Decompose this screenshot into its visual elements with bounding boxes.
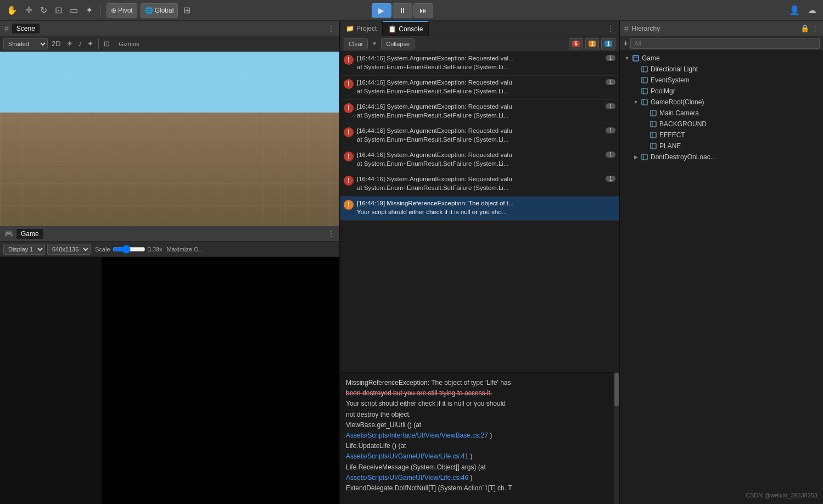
console-message-1[interactable]: ![16:44:16] System.ArgumentException: Re… bbox=[340, 76, 619, 100]
console-message-6[interactable]: ![16:44:19] MissingReferenceException: T… bbox=[340, 197, 619, 221]
scale-slider[interactable] bbox=[113, 245, 145, 253]
rotate-tool-btn[interactable]: ↻ bbox=[38, 3, 49, 18]
svg-rect-4 bbox=[642, 77, 647, 83]
hierarchy-item-1[interactable]: Directional Light bbox=[620, 64, 823, 75]
panel-tabs: 📁 Project 📋 Console ⋮ bbox=[340, 21, 619, 36]
hierarchy-item-6[interactable]: BACKGROUND bbox=[620, 119, 823, 130]
msg-text-3: [16:44:16] System.ArgumentException: Req… bbox=[357, 126, 602, 144]
game-view-inner bbox=[102, 257, 339, 504]
collapse-btn[interactable]: Collapse bbox=[381, 38, 415, 49]
hierarchy-item-2[interactable]: EventSystem bbox=[620, 75, 823, 86]
account-btn[interactable]: 👤 bbox=[787, 3, 802, 18]
msg-count-2: 1 bbox=[606, 103, 615, 109]
info-count-btn[interactable]: 1 bbox=[601, 38, 615, 49]
error-count-btn[interactable]: 6 bbox=[569, 38, 583, 49]
pause-btn[interactable]: ⏸ bbox=[393, 3, 412, 18]
hierarchy-item-8[interactable]: PLANE bbox=[620, 141, 823, 152]
detail-line-6: Life.UpdateLife () (at bbox=[346, 441, 610, 451]
detail-scrollbar-thumb[interactable] bbox=[614, 373, 619, 406]
h-expand-2 bbox=[633, 77, 639, 83]
global-label: Global bbox=[155, 7, 174, 14]
project-tab[interactable]: 📁 Project bbox=[340, 21, 383, 36]
clear-dropdown-btn[interactable]: ▼ bbox=[370, 38, 379, 49]
cloud-btn[interactable]: ☁ bbox=[805, 3, 819, 18]
msg-text-4: [16:44:16] System.ArgumentException: Req… bbox=[357, 150, 602, 168]
hierarchy-search-input[interactable] bbox=[630, 38, 820, 49]
hierarchy-toolbar: + bbox=[620, 36, 823, 51]
detail-link-3[interactable]: Assets/Scripts/UI/GameUI/View/Life.cs:46 bbox=[346, 474, 468, 481]
hierarchy-item-5[interactable]: Main Camera bbox=[620, 108, 823, 119]
h-icon-9 bbox=[641, 153, 648, 161]
msg-icon-4: ! bbox=[344, 152, 354, 161]
svg-rect-12 bbox=[651, 121, 656, 127]
transform-tool-btn[interactable]: ✦ bbox=[83, 3, 95, 18]
hierarchy-item-3[interactable]: PoolMgr bbox=[620, 86, 823, 97]
clear-btn[interactable]: Clear bbox=[344, 38, 368, 49]
warning-count-btn[interactable]: 1 bbox=[585, 38, 600, 49]
console-panel-options[interactable]: ⋮ bbox=[607, 21, 619, 36]
hierarchy-options-btn[interactable]: ⋮ bbox=[811, 24, 819, 32]
scene-toolbar: Shaded Wireframe 2D ☀ ♪ ✦ ⊡ Gizmos bbox=[0, 36, 339, 52]
shade-dropdown[interactable]: Shaded Wireframe bbox=[3, 38, 48, 49]
h-label-4: GameRoot(Clone) bbox=[651, 98, 704, 106]
game-options-btn[interactable]: ⋮ bbox=[327, 229, 335, 238]
hierarchy-item-7[interactable]: EFFECT bbox=[620, 130, 823, 141]
gizmos-label: Gizmos bbox=[119, 41, 139, 47]
info-badge: 1 bbox=[604, 41, 612, 47]
hierarchy-add-btn[interactable]: + bbox=[623, 38, 628, 48]
scene-tab[interactable]: Scene bbox=[12, 24, 40, 33]
scene-options-btn[interactable]: ⋮ bbox=[327, 24, 335, 33]
console-message-0[interactable]: ![16:44:16] System.ArgumentException: Re… bbox=[340, 52, 619, 76]
console-tab-label: Console bbox=[399, 25, 423, 33]
console-message-5[interactable]: ![16:44:16] System.ArgumentException: Re… bbox=[340, 172, 619, 197]
grid-btn[interactable]: ⊞ bbox=[181, 3, 193, 18]
h-label-6: BACKGROUND bbox=[659, 120, 707, 128]
resolution-dropdown[interactable]: 640x1136 bbox=[47, 244, 91, 255]
game-tab[interactable]: Game bbox=[16, 229, 43, 239]
display-dropdown[interactable]: Display 1 bbox=[3, 244, 45, 255]
game-toolbar: Display 1 640x1136 Scale 0.39x Maximize … bbox=[0, 242, 339, 257]
svg-rect-8 bbox=[642, 99, 647, 105]
pivot-btn[interactable]: ⊕ Pivot bbox=[107, 3, 137, 18]
rect-tool-btn[interactable]: ▭ bbox=[68, 3, 80, 18]
console-message-2[interactable]: ![16:44:16] System.ArgumentException: Re… bbox=[340, 100, 619, 124]
detail-scrollbar-track[interactable] bbox=[614, 372, 619, 504]
overlay-btn[interactable]: ⊡ bbox=[102, 38, 111, 49]
game-icon: 🎮 bbox=[4, 229, 13, 238]
console-tab[interactable]: 📋 Console bbox=[383, 21, 429, 36]
scale-tool-btn[interactable]: ⊡ bbox=[53, 3, 64, 18]
move-tool-btn[interactable]: ✛ bbox=[23, 3, 35, 18]
console-toolbar: Clear ▼ Collapse 6 1 1 bbox=[340, 36, 619, 52]
detail-link-2[interactable]: Assets/Scripts/UI/GameUI/View/Life.cs:41 bbox=[346, 452, 468, 460]
effects-btn[interactable]: ✦ bbox=[86, 38, 95, 49]
scale-label: Scale bbox=[95, 246, 110, 253]
hierarchy-content: ▼GameDirectional LightEventSystemPoolMgr… bbox=[620, 51, 823, 504]
play-controls: ▶ ⏸ ⏭ bbox=[372, 3, 433, 18]
msg-count-4: 1 bbox=[606, 152, 615, 158]
hand-tool-btn[interactable]: ✋ bbox=[4, 3, 20, 18]
console-message-4[interactable]: ![16:44:16] System.ArgumentException: Re… bbox=[340, 148, 619, 172]
play-btn[interactable]: ▶ bbox=[372, 3, 391, 18]
detail-link-1[interactable]: Assets/Scripts/Interface/UI/View/ViewBas… bbox=[346, 432, 488, 439]
h-icon-2 bbox=[641, 76, 648, 84]
detail-line-1: MissingReferenceException: The object of… bbox=[346, 378, 610, 388]
hierarchy-item-4[interactable]: ▼GameRoot(Clone) bbox=[620, 97, 823, 108]
svg-rect-14 bbox=[651, 132, 656, 138]
global-btn[interactable]: 🌐 Global bbox=[141, 3, 178, 18]
msg-text-6: [16:44:19] MissingReferenceException: Th… bbox=[357, 199, 615, 216]
console-detail: MissingReferenceException: The object of… bbox=[340, 372, 619, 504]
console-message-3[interactable]: ![16:44:16] System.ArgumentException: Re… bbox=[340, 124, 619, 148]
h-expand-6 bbox=[642, 121, 647, 127]
audio-btn[interactable]: ♪ bbox=[77, 38, 84, 49]
h-label-9: DontDestroyOnLoac... bbox=[651, 153, 716, 161]
2d-btn[interactable]: 2D bbox=[50, 38, 63, 49]
step-btn[interactable]: ⏭ bbox=[413, 3, 433, 18]
lighting-btn[interactable]: ☀ bbox=[65, 38, 75, 49]
hierarchy-item-0[interactable]: ▼Game bbox=[620, 53, 823, 64]
h-label-1: Directional Light bbox=[651, 65, 698, 73]
hierarchy-icons: 🔒 ⋮ bbox=[800, 24, 819, 32]
h-label-8: PLANE bbox=[659, 142, 681, 150]
hierarchy-item-9[interactable]: ▶DontDestroyOnLoac... bbox=[620, 152, 823, 163]
msg-count-1: 1 bbox=[606, 79, 615, 85]
hierarchy-lock-btn[interactable]: 🔒 bbox=[800, 24, 809, 32]
